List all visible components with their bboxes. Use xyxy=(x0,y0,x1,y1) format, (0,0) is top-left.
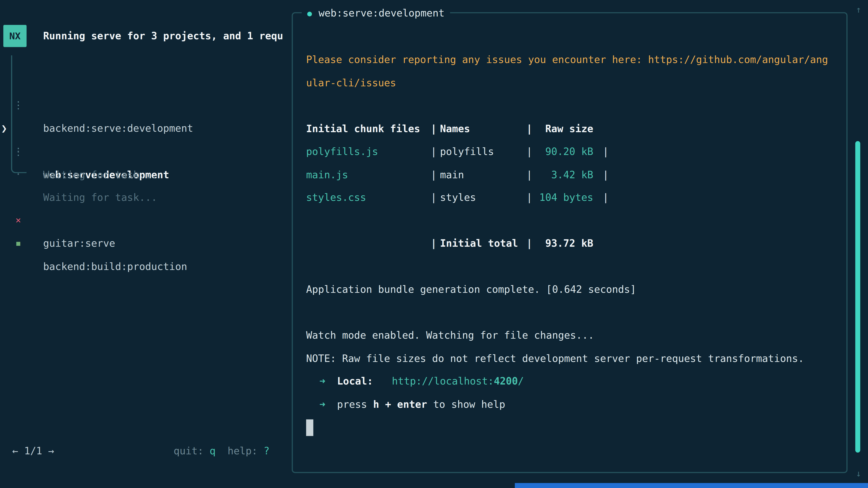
task-item-waiting-2[interactable]: · Waiting for task... xyxy=(0,139,292,163)
nx-logo: NX xyxy=(3,25,27,47)
url-port: 4200 xyxy=(494,375,518,387)
help-key: ? xyxy=(264,445,270,456)
running-dot-icon: ● xyxy=(307,9,312,18)
task-label: guitar:serve xyxy=(43,232,115,255)
pending-dot-icon: · xyxy=(13,163,23,186)
blank-line xyxy=(306,255,846,278)
chunk-name: polyfills xyxy=(440,140,526,163)
panel-title-text: web:serve:development xyxy=(318,7,444,19)
task-item-guitar-serve-failed[interactable]: ✕ guitar:serve xyxy=(0,185,292,208)
quit-key: q xyxy=(210,445,216,456)
chunk-name: styles xyxy=(440,186,526,209)
terminal-output: Please consider reporting any issues you… xyxy=(293,13,846,473)
arrow-icon: ➜ xyxy=(319,375,326,387)
chunk-file: styles.css xyxy=(306,186,431,209)
blank-line xyxy=(306,94,846,117)
bundle-table-row: main.js|main|3.42 kB| xyxy=(306,163,846,186)
column-separator: | xyxy=(526,168,532,180)
chunk-size: 3.42 kB xyxy=(536,163,593,186)
chunk-size: 90.20 kB xyxy=(536,140,593,163)
note-line: NOTE: Raw file sizes do not reflect deve… xyxy=(306,347,846,369)
column-separator: | xyxy=(431,145,437,157)
task-sidebar: NX Running serve for 3 projects, and 1 r… xyxy=(0,0,292,488)
notice-line: Please consider reporting any issues you… xyxy=(306,48,846,71)
watch-mode-line: Watch mode enabled. Watching for file ch… xyxy=(306,324,846,347)
total-size: 93.72 kB xyxy=(536,232,593,255)
scrollbar-thumb[interactable] xyxy=(855,141,860,453)
help-hint-keys: h + enter xyxy=(373,398,427,410)
bundle-table-total-row: |Initial total|93.72 kB xyxy=(306,232,846,255)
sidebar-footer: ← 1/1 → quit: q help: ? xyxy=(12,439,270,462)
bundle-complete-line: Application bundle generation complete. … xyxy=(306,278,846,301)
column-separator: | xyxy=(526,191,532,203)
local-label: Local: xyxy=(337,375,373,387)
column-separator: | xyxy=(602,168,609,180)
bundle-table-row: styles.css|styles|104 bytes| xyxy=(306,186,846,209)
column-separator: | xyxy=(431,123,437,134)
header-names: Names xyxy=(440,117,526,140)
total-label: Initial total xyxy=(440,232,526,255)
url-suffix: / xyxy=(518,375,524,387)
chunk-file: polyfills.js xyxy=(306,140,431,163)
bundle-table-row: polyfills.js|polyfills|90.20 kB| xyxy=(306,140,846,163)
keyboard-shortcuts-hint: quit: q help: ? xyxy=(174,439,270,462)
help-label: help: xyxy=(228,445,264,456)
bundle-table-header: Initial chunk files|Names|Raw size xyxy=(306,117,846,140)
chunk-file: main.js xyxy=(306,163,431,186)
success-square-icon: ■ xyxy=(13,232,23,255)
cursor-line xyxy=(306,416,846,438)
gap xyxy=(216,445,228,456)
column-separator: | xyxy=(602,145,609,157)
page-pager[interactable]: ← 1/1 → xyxy=(12,439,54,462)
column-separator: | xyxy=(526,237,532,249)
column-separator: | xyxy=(431,168,437,180)
help-hint-post: to show help xyxy=(433,398,505,410)
help-hint-line: ➜pressh + enterto show help xyxy=(306,393,846,416)
column-separator: | xyxy=(431,237,437,249)
blank-line xyxy=(306,209,846,232)
column-separator: | xyxy=(602,191,609,203)
url-prefix: http://localhost: xyxy=(392,375,494,387)
bottom-blue-strip xyxy=(515,483,868,488)
panel-title: ●web:serve:development xyxy=(302,2,450,25)
scroll-up-arrow-icon[interactable]: ↑ xyxy=(853,0,864,20)
chunk-name: main xyxy=(440,163,526,186)
nx-terminal-ui: NX Running serve for 3 projects, and 1 r… xyxy=(0,0,868,488)
header-files: Initial chunk files xyxy=(306,117,431,140)
header-size: Raw size xyxy=(536,117,593,140)
task-item-backend-build-success[interactable]: ■ backend:build:production xyxy=(0,208,292,232)
column-separator: | xyxy=(431,191,437,203)
notice-line: ular-cli/issues xyxy=(306,71,846,94)
column-separator: | xyxy=(526,123,532,134)
task-item-backend-serve[interactable]: ⋮ backend:serve:development xyxy=(0,70,292,94)
task-item-web-serve-selected[interactable]: ❯ ⋮ web:serve:development xyxy=(0,94,292,117)
localhost-link[interactable]: http://localhost:4200/ xyxy=(392,375,524,387)
task-label: Waiting for task... xyxy=(43,163,157,186)
arrow-icon: ➜ xyxy=(319,398,326,410)
task-label: backend:build:production xyxy=(43,255,187,278)
chunk-size: 104 bytes xyxy=(536,186,593,209)
scroll-down-arrow-icon[interactable]: ↓ xyxy=(853,464,864,484)
local-server-line: ➜Local:http://localhost:4200/ xyxy=(306,369,846,393)
quit-label: quit: xyxy=(174,445,210,456)
task-item-waiting-1[interactable]: · Waiting for task... xyxy=(0,117,292,140)
task-output-panel: ●web:serve:development Please consider r… xyxy=(292,12,848,473)
help-hint-pre: press xyxy=(337,398,367,410)
blank-line xyxy=(306,301,846,324)
sidebar-title: Running serve for 3 projects, and 1 requ xyxy=(43,24,283,48)
column-separator: | xyxy=(526,145,532,157)
terminal-cursor xyxy=(306,419,313,436)
